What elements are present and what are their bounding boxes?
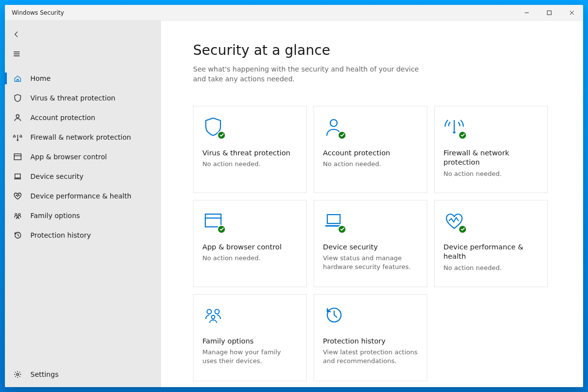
card-subtitle: No action needed. bbox=[202, 160, 297, 169]
sidebar-item-label: Device security bbox=[30, 172, 83, 180]
svg-point-5 bbox=[19, 214, 21, 216]
status-ok-badge bbox=[458, 131, 467, 140]
card-title: Family options bbox=[202, 337, 297, 346]
laptop-icon bbox=[13, 172, 23, 181]
page-title: Security at a glance bbox=[193, 42, 560, 58]
card-person[interactable]: Account protectionNo action needed. bbox=[314, 106, 427, 193]
card-title: Device performance & health bbox=[443, 243, 539, 262]
sidebar-item-label: Device performance & health bbox=[30, 192, 131, 200]
sidebar-item-person[interactable]: Account protection bbox=[5, 108, 160, 127]
sidebar-item-heart[interactable]: Device performance & health bbox=[5, 186, 160, 206]
app-body: HomeVirus & threat protectionAccount pro… bbox=[5, 21, 583, 387]
sidebar-top-buttons bbox=[5, 21, 160, 66]
minimize-button[interactable] bbox=[515, 5, 538, 20]
page-subtitle: See what's happening with the security a… bbox=[193, 64, 428, 84]
gear-icon bbox=[13, 369, 23, 379]
svg-rect-3 bbox=[15, 174, 21, 178]
status-ok-badge bbox=[458, 225, 467, 234]
cards-grid: Virus & threat protectionNo action neede… bbox=[193, 106, 560, 381]
network-icon bbox=[13, 132, 23, 142]
card-network[interactable]: Firewall & network protectionNo action n… bbox=[434, 106, 548, 193]
svg-rect-2 bbox=[14, 154, 21, 160]
sidebar-item-label: Home bbox=[30, 74, 50, 82]
sidebar-item-settings[interactable]: Settings bbox=[5, 365, 160, 384]
card-laptop[interactable]: Device securityView status and manage ha… bbox=[314, 200, 427, 287]
card-title: Virus & threat protection bbox=[202, 148, 297, 158]
svg-point-10 bbox=[453, 131, 456, 133]
card-title: Account protection bbox=[323, 148, 418, 158]
card-subtitle: No action needed. bbox=[323, 160, 418, 169]
hamburger-button[interactable] bbox=[5, 44, 28, 64]
card-subtitle: No action needed. bbox=[443, 170, 539, 178]
sidebar-item-label: App & browser control bbox=[30, 153, 107, 161]
card-heart[interactable]: Device performance & healthNo action nee… bbox=[434, 200, 548, 287]
svg-rect-12 bbox=[327, 215, 340, 223]
card-browser[interactable]: App & browser controlNo action needed. bbox=[193, 200, 307, 287]
svg-point-9 bbox=[330, 120, 337, 126]
history-icon bbox=[323, 304, 344, 326]
app-window: Windows Security HomeVirus & threat prot… bbox=[5, 5, 583, 387]
status-ok-badge bbox=[338, 131, 346, 140]
home-icon bbox=[13, 74, 23, 83]
card-subtitle: View status and manage hardware security… bbox=[323, 254, 418, 271]
close-button[interactable] bbox=[561, 5, 583, 20]
sidebar-bottom: Settings bbox=[5, 365, 160, 387]
main-content: Security at a glance See what's happenin… bbox=[161, 21, 583, 387]
card-subtitle: No action needed. bbox=[443, 264, 539, 272]
titlebar: Windows Security bbox=[5, 5, 583, 21]
browser-icon bbox=[202, 210, 224, 232]
card-family[interactable]: Family optionsManage how your family use… bbox=[193, 294, 307, 381]
heart-icon bbox=[13, 191, 23, 201]
sidebar: HomeVirus & threat protectionAccount pro… bbox=[5, 21, 161, 387]
nav-list: HomeVirus & threat protectionAccount pro… bbox=[5, 66, 160, 365]
sidebar-item-label: Account protection bbox=[30, 114, 96, 122]
minimize-icon bbox=[524, 10, 529, 15]
sidebar-item-laptop[interactable]: Device security bbox=[5, 167, 160, 186]
sidebar-item-shield[interactable]: Virus & threat protection bbox=[5, 88, 160, 108]
close-icon bbox=[569, 10, 574, 15]
status-ok-badge bbox=[217, 131, 226, 140]
card-history[interactable]: Protection historyView latest protection… bbox=[314, 294, 427, 381]
card-title: App & browser control bbox=[202, 243, 297, 252]
window-controls bbox=[515, 5, 583, 20]
status-ok-badge bbox=[217, 225, 226, 234]
maximize-icon bbox=[547, 10, 552, 15]
svg-point-6 bbox=[17, 216, 18, 217]
sidebar-item-browser[interactable]: App & browser control bbox=[5, 147, 160, 167]
sidebar-item-label: Family options bbox=[30, 212, 80, 220]
svg-rect-0 bbox=[547, 11, 551, 15]
status-ok-badge bbox=[338, 225, 346, 234]
history-icon bbox=[13, 230, 23, 240]
svg-point-1 bbox=[16, 115, 19, 118]
browser-icon bbox=[13, 152, 23, 162]
person-icon bbox=[323, 116, 344, 138]
hamburger-icon bbox=[13, 50, 21, 58]
card-title: Protection history bbox=[323, 337, 418, 346]
card-subtitle: Manage how your family uses their device… bbox=[202, 348, 297, 366]
back-button[interactable] bbox=[5, 24, 28, 44]
svg-point-15 bbox=[212, 315, 215, 318]
sidebar-item-label: Virus & threat protection bbox=[30, 94, 115, 102]
shield-icon bbox=[13, 93, 23, 103]
network-icon bbox=[443, 116, 465, 138]
card-title: Firewall & network protection bbox=[443, 148, 539, 168]
maximize-button[interactable] bbox=[538, 5, 561, 20]
window-title: Windows Security bbox=[5, 9, 64, 16]
sidebar-item-history[interactable]: Protection history bbox=[5, 225, 160, 245]
svg-rect-11 bbox=[205, 214, 221, 227]
shield-icon bbox=[202, 116, 224, 138]
person-icon bbox=[13, 113, 23, 122]
sidebar-item-network[interactable]: Firewall & network protection bbox=[5, 127, 160, 147]
svg-point-4 bbox=[15, 214, 17, 216]
sidebar-item-home[interactable]: Home bbox=[5, 69, 160, 88]
family-icon bbox=[13, 211, 23, 220]
heart-icon bbox=[443, 210, 465, 232]
sidebar-item-label: Settings bbox=[30, 370, 58, 378]
card-shield[interactable]: Virus & threat protectionNo action neede… bbox=[193, 106, 307, 193]
family-icon bbox=[202, 304, 224, 326]
sidebar-item-label: Protection history bbox=[30, 231, 91, 239]
svg-point-8 bbox=[17, 373, 19, 375]
back-arrow-icon bbox=[13, 30, 21, 38]
sidebar-item-family[interactable]: Family options bbox=[5, 206, 160, 225]
card-title: Device security bbox=[323, 243, 418, 252]
